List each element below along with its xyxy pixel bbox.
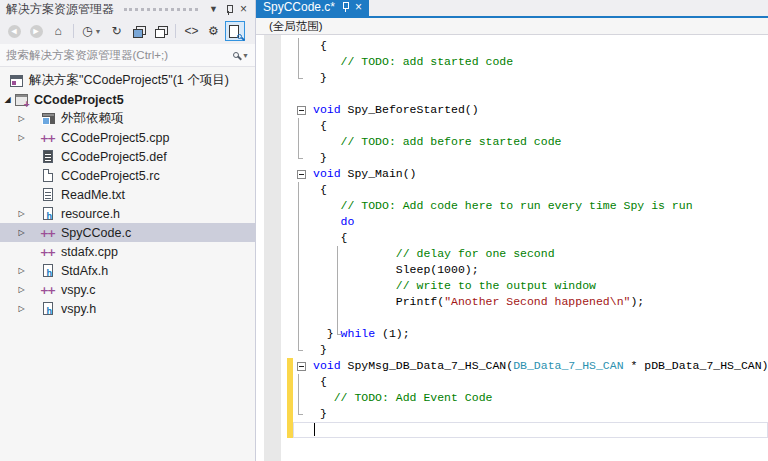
indicator-margin[interactable]	[256, 230, 287, 246]
visual-studio-window: 解决方案资源管理器 ▼ × ◄►⌂◷▼↻<>⚙ 搜索解决方案资源管理器(Ctrl…	[0, 0, 768, 461]
code-line[interactable]	[256, 86, 768, 102]
scope-dropdown[interactable]: (全局范围)	[269, 19, 323, 34]
code-text	[309, 422, 768, 438]
code-line[interactable]: // TODO: Add code here to run every time…	[256, 198, 768, 214]
code-line[interactable]: {	[256, 374, 768, 390]
code-line[interactable]: // TODO: add before started code	[256, 134, 768, 150]
code-line[interactable]: // write to the output window	[256, 278, 768, 294]
collapsed-arrow-icon[interactable]: ▷	[16, 209, 27, 218]
collapsed-arrow-icon[interactable]: ▷	[16, 304, 27, 313]
code-line[interactable]: void SpyMsg_DB_Data_7_HS_CAN(DB_Data_7_H…	[256, 358, 768, 374]
code-line[interactable]: }	[256, 150, 768, 166]
indicator-margin[interactable]	[256, 166, 287, 182]
code-line[interactable]	[256, 422, 768, 438]
indicator-margin[interactable]	[256, 342, 287, 358]
tree-item[interactable]: ▷vspy.h	[0, 299, 255, 318]
tree-item[interactable]: ▷++SpyCCode.c	[0, 223, 255, 242]
tree-item[interactable]: ▷resource.h	[0, 204, 255, 223]
code-line[interactable]: void Spy_BeforeStarted()	[256, 102, 768, 118]
indicator-margin[interactable]	[256, 246, 287, 262]
tree-item[interactable]: ++stdafx.cpp	[0, 242, 255, 261]
outline-collapse-icon[interactable]	[293, 166, 309, 182]
code-line[interactable]: } while (1);	[256, 326, 768, 342]
indicator-margin[interactable]	[256, 182, 287, 198]
code-editor[interactable]: { // TODO: add started code }void Spy_Be…	[256, 35, 768, 461]
code-line[interactable]: }	[256, 70, 768, 86]
indicator-margin[interactable]	[256, 54, 287, 70]
refresh-icon[interactable]: ↻	[106, 21, 126, 41]
collapse-all-icon[interactable]	[128, 21, 148, 41]
tree-item[interactable]: ▷StdAfx.h	[0, 261, 255, 280]
indicator-margin[interactable]	[256, 278, 287, 294]
forward-icon[interactable]: ►	[26, 21, 46, 41]
properties-wrench-icon[interactable]: ⚙	[203, 21, 223, 41]
indicator-margin[interactable]	[256, 262, 287, 278]
search-input[interactable]: 搜索解决方案资源管理器(Ctrl+;)	[6, 48, 233, 63]
code-line[interactable]: void Spy_Main()	[256, 166, 768, 182]
code-line[interactable]: {	[256, 230, 768, 246]
tree-item[interactable]: CCodeProject5.def	[0, 147, 255, 166]
expanded-arrow-icon[interactable]: ◢	[2, 95, 13, 104]
code-line[interactable]: Sleep(1000);	[256, 262, 768, 278]
show-all-files-icon[interactable]	[150, 21, 170, 41]
code-line[interactable]: }	[256, 342, 768, 358]
collapsed-arrow-icon[interactable]: ▷	[16, 133, 27, 142]
outline-collapse-icon[interactable]	[293, 358, 309, 374]
pin-icon[interactable]	[221, 2, 236, 16]
tab-pin-icon[interactable]	[341, 2, 349, 12]
tree-item[interactable]: CCodeProject5.rc	[0, 166, 255, 185]
window-position-dropdown-icon[interactable]: ▼	[206, 2, 221, 16]
code-line[interactable]	[256, 310, 768, 326]
indicator-margin[interactable]	[256, 294, 287, 310]
indicator-margin[interactable]	[256, 70, 287, 86]
tree-item[interactable]: ◢CCodeProject5	[0, 90, 255, 109]
search-dropdown-icon[interactable]: ▼	[242, 52, 249, 59]
home-icon[interactable]: ⌂	[48, 21, 68, 41]
collapsed-arrow-icon[interactable]: ▷	[16, 114, 27, 123]
tree-item[interactable]: ▷++CCodeProject5.cpp	[0, 128, 255, 147]
sync-with-active-document-icon[interactable]	[225, 21, 245, 41]
code-line[interactable]: }	[256, 406, 768, 422]
indicator-margin[interactable]	[256, 118, 287, 134]
indicator-margin[interactable]	[256, 38, 287, 54]
scope-guide-line	[337, 246, 342, 335]
indicator-margin[interactable]	[256, 374, 287, 390]
back-icon[interactable]: ◄	[4, 21, 24, 41]
tree-item[interactable]: ▷++vspy.c	[0, 280, 255, 299]
collapsed-arrow-icon[interactable]: ▷	[16, 228, 27, 237]
tab-spyccode[interactable]: SpyCCode.c* ×	[256, 0, 369, 16]
indicator-margin[interactable]	[256, 422, 287, 438]
switch-views-icon[interactable]: ◷▼	[79, 21, 104, 41]
close-icon[interactable]: ×	[236, 2, 251, 16]
indicator-margin[interactable]	[256, 198, 287, 214]
indicator-margin[interactable]	[256, 134, 287, 150]
collapsed-arrow-icon[interactable]: ▷	[16, 266, 27, 275]
tree-item-label: ReadMe.txt	[61, 188, 125, 202]
tree-item[interactable]: ▷外部依赖项	[0, 109, 255, 128]
code-line[interactable]: Printf("Another Second happened\n");	[256, 294, 768, 310]
view-code-icon[interactable]: <>	[181, 21, 201, 41]
indicator-margin[interactable]	[256, 406, 287, 422]
code-line[interactable]: // TODO: add started code	[256, 54, 768, 70]
indicator-margin[interactable]	[256, 102, 287, 118]
tree-item[interactable]: 解决方案"CCodeProject5"(1 个项目)	[0, 71, 255, 90]
tab-close-icon[interactable]: ×	[355, 1, 362, 13]
indicator-margin[interactable]	[256, 86, 287, 102]
indicator-margin[interactable]	[256, 310, 287, 326]
outline-collapse-icon[interactable]	[293, 102, 309, 118]
code-line[interactable]: // delay for one second	[256, 246, 768, 262]
indicator-margin[interactable]	[256, 326, 287, 342]
drag-grip[interactable]	[124, 8, 198, 12]
indicator-margin[interactable]	[256, 390, 287, 406]
code-line[interactable]: // TODO: Add Event Code	[256, 390, 768, 406]
indicator-margin[interactable]	[256, 358, 287, 374]
code-line[interactable]: do	[256, 214, 768, 230]
code-line[interactable]: {	[256, 182, 768, 198]
collapsed-arrow-icon[interactable]: ▷	[16, 285, 27, 294]
tree-item[interactable]: ReadMe.txt	[0, 185, 255, 204]
search-icon[interactable]	[233, 52, 239, 58]
code-line[interactable]: {	[256, 118, 768, 134]
indicator-margin[interactable]	[256, 214, 287, 230]
indicator-margin[interactable]	[256, 150, 287, 166]
code-line[interactable]: {	[256, 38, 768, 54]
